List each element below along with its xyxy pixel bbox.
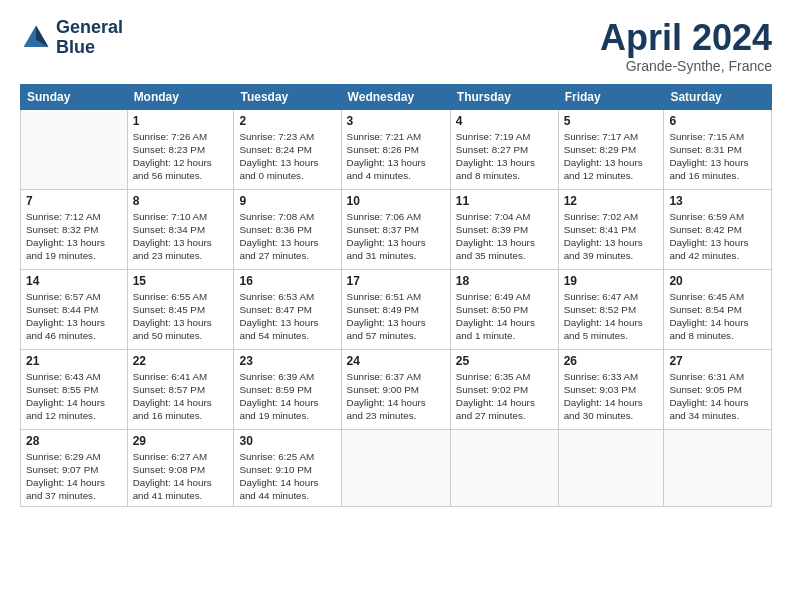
day-info: Sunrise: 6:29 AM Sunset: 9:07 PM Dayligh… <box>26 450 122 503</box>
calendar-cell: 22Sunrise: 6:41 AM Sunset: 8:57 PM Dayli… <box>127 349 234 429</box>
calendar-cell: 26Sunrise: 6:33 AM Sunset: 9:03 PM Dayli… <box>558 349 664 429</box>
day-number: 12 <box>564 194 659 208</box>
day-info: Sunrise: 6:55 AM Sunset: 8:45 PM Dayligh… <box>133 290 229 343</box>
calendar-cell <box>21 109 128 189</box>
day-number: 24 <box>347 354 445 368</box>
day-number: 30 <box>239 434 335 448</box>
day-number: 16 <box>239 274 335 288</box>
day-number: 15 <box>133 274 229 288</box>
week-row-4: 21Sunrise: 6:43 AM Sunset: 8:55 PM Dayli… <box>21 349 772 429</box>
calendar-cell: 25Sunrise: 6:35 AM Sunset: 9:02 PM Dayli… <box>450 349 558 429</box>
calendar-cell: 28Sunrise: 6:29 AM Sunset: 9:07 PM Dayli… <box>21 429 128 507</box>
day-number: 13 <box>669 194 766 208</box>
calendar-cell: 10Sunrise: 7:06 AM Sunset: 8:37 PM Dayli… <box>341 189 450 269</box>
day-info: Sunrise: 6:25 AM Sunset: 9:10 PM Dayligh… <box>239 450 335 503</box>
weekday-header-monday: Monday <box>127 84 234 109</box>
month-title: April 2024 <box>600 18 772 58</box>
week-row-1: 1Sunrise: 7:26 AM Sunset: 8:23 PM Daylig… <box>21 109 772 189</box>
weekday-header-friday: Friday <box>558 84 664 109</box>
calendar-cell <box>664 429 772 507</box>
day-info: Sunrise: 7:21 AM Sunset: 8:26 PM Dayligh… <box>347 130 445 183</box>
calendar-cell: 3Sunrise: 7:21 AM Sunset: 8:26 PM Daylig… <box>341 109 450 189</box>
day-info: Sunrise: 6:27 AM Sunset: 9:08 PM Dayligh… <box>133 450 229 503</box>
calendar-cell <box>341 429 450 507</box>
day-info: Sunrise: 7:15 AM Sunset: 8:31 PM Dayligh… <box>669 130 766 183</box>
day-info: Sunrise: 6:51 AM Sunset: 8:49 PM Dayligh… <box>347 290 445 343</box>
day-number: 9 <box>239 194 335 208</box>
day-info: Sunrise: 6:31 AM Sunset: 9:05 PM Dayligh… <box>669 370 766 423</box>
calendar-cell: 16Sunrise: 6:53 AM Sunset: 8:47 PM Dayli… <box>234 269 341 349</box>
weekday-header-row: SundayMondayTuesdayWednesdayThursdayFrid… <box>21 84 772 109</box>
header: General Blue April 2024 Grande-Synthe, F… <box>20 18 772 74</box>
calendar-cell: 14Sunrise: 6:57 AM Sunset: 8:44 PM Dayli… <box>21 269 128 349</box>
day-info: Sunrise: 7:10 AM Sunset: 8:34 PM Dayligh… <box>133 210 229 263</box>
calendar-cell: 30Sunrise: 6:25 AM Sunset: 9:10 PM Dayli… <box>234 429 341 507</box>
calendar-cell: 13Sunrise: 6:59 AM Sunset: 8:42 PM Dayli… <box>664 189 772 269</box>
calendar-cell: 23Sunrise: 6:39 AM Sunset: 8:59 PM Dayli… <box>234 349 341 429</box>
day-info: Sunrise: 6:53 AM Sunset: 8:47 PM Dayligh… <box>239 290 335 343</box>
day-number: 10 <box>347 194 445 208</box>
day-info: Sunrise: 6:49 AM Sunset: 8:50 PM Dayligh… <box>456 290 553 343</box>
calendar-cell: 24Sunrise: 6:37 AM Sunset: 9:00 PM Dayli… <box>341 349 450 429</box>
day-info: Sunrise: 6:57 AM Sunset: 8:44 PM Dayligh… <box>26 290 122 343</box>
day-info: Sunrise: 6:59 AM Sunset: 8:42 PM Dayligh… <box>669 210 766 263</box>
calendar-cell: 7Sunrise: 7:12 AM Sunset: 8:32 PM Daylig… <box>21 189 128 269</box>
week-row-3: 14Sunrise: 6:57 AM Sunset: 8:44 PM Dayli… <box>21 269 772 349</box>
day-number: 20 <box>669 274 766 288</box>
day-number: 5 <box>564 114 659 128</box>
day-number: 11 <box>456 194 553 208</box>
day-info: Sunrise: 7:17 AM Sunset: 8:29 PM Dayligh… <box>564 130 659 183</box>
calendar-table: SundayMondayTuesdayWednesdayThursdayFrid… <box>20 84 772 508</box>
day-info: Sunrise: 7:23 AM Sunset: 8:24 PM Dayligh… <box>239 130 335 183</box>
day-number: 23 <box>239 354 335 368</box>
day-number: 14 <box>26 274 122 288</box>
day-number: 8 <box>133 194 229 208</box>
logo: General Blue <box>20 18 123 58</box>
calendar-cell: 2Sunrise: 7:23 AM Sunset: 8:24 PM Daylig… <box>234 109 341 189</box>
weekday-header-saturday: Saturday <box>664 84 772 109</box>
calendar-cell: 1Sunrise: 7:26 AM Sunset: 8:23 PM Daylig… <box>127 109 234 189</box>
weekday-header-tuesday: Tuesday <box>234 84 341 109</box>
calendar-cell: 19Sunrise: 6:47 AM Sunset: 8:52 PM Dayli… <box>558 269 664 349</box>
calendar-cell: 15Sunrise: 6:55 AM Sunset: 8:45 PM Dayli… <box>127 269 234 349</box>
day-number: 1 <box>133 114 229 128</box>
day-info: Sunrise: 6:33 AM Sunset: 9:03 PM Dayligh… <box>564 370 659 423</box>
day-number: 4 <box>456 114 553 128</box>
subtitle: Grande-Synthe, France <box>600 58 772 74</box>
calendar-cell <box>450 429 558 507</box>
title-block: April 2024 Grande-Synthe, France <box>600 18 772 74</box>
day-number: 7 <box>26 194 122 208</box>
day-info: Sunrise: 6:37 AM Sunset: 9:00 PM Dayligh… <box>347 370 445 423</box>
page: General Blue April 2024 Grande-Synthe, F… <box>0 0 792 612</box>
day-number: 18 <box>456 274 553 288</box>
day-number: 27 <box>669 354 766 368</box>
calendar-cell: 17Sunrise: 6:51 AM Sunset: 8:49 PM Dayli… <box>341 269 450 349</box>
day-number: 3 <box>347 114 445 128</box>
calendar-cell: 18Sunrise: 6:49 AM Sunset: 8:50 PM Dayli… <box>450 269 558 349</box>
day-info: Sunrise: 7:12 AM Sunset: 8:32 PM Dayligh… <box>26 210 122 263</box>
day-info: Sunrise: 7:06 AM Sunset: 8:37 PM Dayligh… <box>347 210 445 263</box>
day-info: Sunrise: 7:26 AM Sunset: 8:23 PM Dayligh… <box>133 130 229 183</box>
weekday-header-wednesday: Wednesday <box>341 84 450 109</box>
logo-icon <box>20 22 52 54</box>
day-number: 29 <box>133 434 229 448</box>
week-row-5: 28Sunrise: 6:29 AM Sunset: 9:07 PM Dayli… <box>21 429 772 507</box>
day-number: 17 <box>347 274 445 288</box>
calendar-cell: 12Sunrise: 7:02 AM Sunset: 8:41 PM Dayli… <box>558 189 664 269</box>
logo-text: General Blue <box>56 18 123 58</box>
day-info: Sunrise: 7:19 AM Sunset: 8:27 PM Dayligh… <box>456 130 553 183</box>
calendar-cell: 4Sunrise: 7:19 AM Sunset: 8:27 PM Daylig… <box>450 109 558 189</box>
calendar-cell: 20Sunrise: 6:45 AM Sunset: 8:54 PM Dayli… <box>664 269 772 349</box>
calendar-cell: 6Sunrise: 7:15 AM Sunset: 8:31 PM Daylig… <box>664 109 772 189</box>
day-info: Sunrise: 6:39 AM Sunset: 8:59 PM Dayligh… <box>239 370 335 423</box>
calendar-cell: 21Sunrise: 6:43 AM Sunset: 8:55 PM Dayli… <box>21 349 128 429</box>
calendar-cell <box>558 429 664 507</box>
day-number: 6 <box>669 114 766 128</box>
day-info: Sunrise: 6:35 AM Sunset: 9:02 PM Dayligh… <box>456 370 553 423</box>
day-info: Sunrise: 7:02 AM Sunset: 8:41 PM Dayligh… <box>564 210 659 263</box>
day-number: 26 <box>564 354 659 368</box>
calendar-cell: 29Sunrise: 6:27 AM Sunset: 9:08 PM Dayli… <box>127 429 234 507</box>
day-info: Sunrise: 6:47 AM Sunset: 8:52 PM Dayligh… <box>564 290 659 343</box>
day-number: 28 <box>26 434 122 448</box>
calendar-cell: 8Sunrise: 7:10 AM Sunset: 8:34 PM Daylig… <box>127 189 234 269</box>
